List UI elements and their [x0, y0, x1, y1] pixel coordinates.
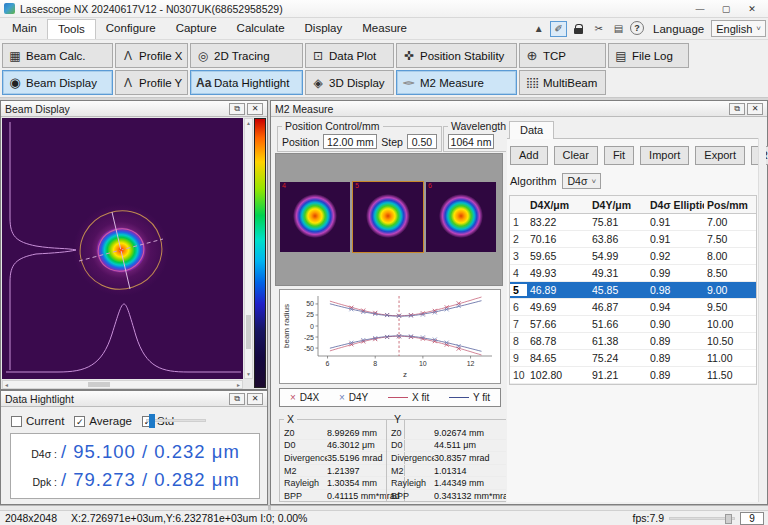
- export-button[interactable]: Export: [695, 146, 745, 165]
- restore-icon[interactable]: ⧉: [229, 103, 245, 115]
- menu-tab-main[interactable]: Main: [2, 19, 47, 39]
- x-marker-icon: ×: [339, 392, 345, 403]
- horizontal-scrollbar[interactable]: ◄ ►: [2, 380, 243, 389]
- menu-tab-tools[interactable]: Tools: [47, 19, 96, 39]
- close-icon[interactable]: ✕: [247, 393, 263, 405]
- data-plot-icon: ⊡: [311, 49, 325, 63]
- profile-x-button[interactable]: ΛProfile X: [115, 43, 188, 68]
- 3d-display-button[interactable]: ◈3D Display: [305, 70, 394, 95]
- table-row[interactable]: 270.1663.860.917.50: [510, 231, 756, 248]
- fps-slider[interactable]: [669, 517, 735, 520]
- step-input[interactable]: 0.50: [407, 134, 437, 149]
- help-icon[interactable]: ?: [630, 21, 644, 35]
- import-button[interactable]: Import: [640, 146, 689, 165]
- table-scrollbar[interactable]: [758, 138, 766, 502]
- scroll-up-icon[interactable]: ▲: [245, 120, 252, 126]
- scroll-down-icon[interactable]: ▼: [245, 371, 252, 377]
- menu-tab-display[interactable]: Display: [295, 19, 353, 39]
- fit-y-row-d0: D044.511 μm: [391, 440, 513, 453]
- data-hightlight-panel: Data Hightlight ⧉ ✕ Current✓Average✓Std …: [0, 390, 268, 505]
- language-label: Language: [653, 23, 704, 35]
- table-cell: 75.81: [589, 216, 647, 228]
- notes-icon[interactable]: ▤: [610, 21, 627, 37]
- table-row[interactable]: 649.6946.870.949.50: [510, 299, 756, 316]
- beam-thumbnail-5[interactable]: 5: [353, 182, 423, 252]
- checkbox-icon: ✓: [74, 416, 85, 427]
- close-icon[interactable]: ✕: [247, 103, 263, 115]
- fit-button[interactable]: Fit: [604, 146, 634, 165]
- pin-icon[interactable]: ✐: [550, 21, 567, 37]
- maximize-button[interactable]: ▢: [714, 1, 738, 16]
- beam-image[interactable]: [2, 118, 243, 379]
- legend-item-d4x: ×D4X: [290, 392, 319, 403]
- restore-icon[interactable]: ⧉: [229, 393, 245, 405]
- profile-y-button[interactable]: ΛProfile Y: [115, 70, 188, 95]
- file-log-button[interactable]: ▤File Log: [608, 43, 689, 68]
- scroll-left-icon[interactable]: ◄: [4, 382, 9, 388]
- table-row[interactable]: 10102.8091.210.8911.50: [510, 367, 756, 384]
- position-input[interactable]: 12.00 mm: [323, 134, 377, 149]
- legend-item-d4y: ×D4Y: [339, 392, 368, 403]
- language-value: English: [716, 23, 752, 35]
- menu-tab-calculate[interactable]: Calculate: [227, 19, 295, 39]
- fit-param-value: 9.02674 mm: [434, 428, 513, 438]
- table-cell: 70.16: [527, 233, 589, 245]
- scroll-right-icon[interactable]: ►: [236, 382, 241, 388]
- profile-x-icon: Λ: [121, 49, 135, 63]
- close-button[interactable]: ✕: [740, 1, 764, 16]
- data-plot-button[interactable]: ⊡Data Plot: [305, 43, 394, 68]
- table-cell: 8: [510, 335, 527, 347]
- 2d-tracing-button[interactable]: ◎2D Tracing: [190, 43, 303, 68]
- table-row[interactable]: 757.6651.660.9010.00: [510, 316, 756, 333]
- position-stability-button[interactable]: ✜Position Stability: [396, 43, 517, 68]
- beam-display-button[interactable]: ◉Beam Display: [2, 70, 113, 95]
- collapse-icon[interactable]: ▲: [530, 21, 547, 37]
- table-cell: 46.89: [527, 284, 589, 296]
- table-row[interactable]: 183.2275.810.917.00: [510, 214, 756, 231]
- menu-tab-configure[interactable]: Configure: [96, 19, 166, 39]
- highlight-slider[interactable]: [146, 419, 206, 422]
- beam-calc-button[interactable]: ▦Beam Calc.: [2, 43, 113, 68]
- checkbox-icon: [11, 416, 22, 427]
- multibeam-label: MultiBeam: [543, 77, 597, 89]
- restore-icon[interactable]: ⧉: [729, 103, 745, 115]
- statusbar: 2048x2048 X:2.726971e+03um,Y:6.232781e+0…: [0, 510, 768, 525]
- wavelength-input[interactable]: 1064 nm: [448, 134, 494, 149]
- table-row[interactable]: 868.7861.380.8910.50: [510, 333, 756, 350]
- close-icon[interactable]: ✕: [747, 103, 763, 115]
- data-hightlight-label: Data Hightlight: [214, 77, 289, 89]
- horizontal-scroll-thumb[interactable]: [88, 382, 110, 387]
- fps-slider-handle[interactable]: [725, 514, 732, 524]
- data-hightlight-button[interactable]: AaData Hightlight: [190, 70, 303, 95]
- add-button[interactable]: Add: [510, 146, 548, 165]
- menu-tab-measure[interactable]: Measure: [352, 19, 417, 39]
- cursor-info: X:2.726971e+03um,Y:6.232781e+03um I:0; 0…: [71, 512, 307, 524]
- clear-button[interactable]: Clear: [554, 146, 598, 165]
- table-cell: 49.69: [527, 301, 589, 313]
- beam-thumbnail-6[interactable]: 6: [426, 182, 496, 252]
- table-row[interactable]: 359.6554.990.928.00: [510, 248, 756, 265]
- vertical-scroll-thumb[interactable]: [246, 315, 251, 349]
- beam-thumbnail-4[interactable]: 4: [280, 182, 350, 252]
- table-cell: 63.86: [589, 233, 647, 245]
- table-row[interactable]: 984.6575.240.8911.00: [510, 350, 756, 367]
- m2-measure-button[interactable]: ≬M2 Measure: [396, 70, 517, 95]
- svg-text:-50: -50: [304, 345, 314, 352]
- table-row[interactable]: 546.8945.850.989.00: [510, 282, 756, 299]
- highlight-slider-handle[interactable]: [149, 414, 155, 428]
- tcp-button[interactable]: ⊕TCP: [519, 43, 606, 68]
- checkbox-average[interactable]: ✓Average: [74, 415, 132, 427]
- table-row[interactable]: 449.9349.310.998.50: [510, 265, 756, 282]
- multibeam-button[interactable]: ⣿⣿MultiBeam: [519, 70, 606, 95]
- checkbox-current[interactable]: Current: [11, 415, 64, 427]
- menu-tab-capture[interactable]: Capture: [166, 19, 227, 39]
- lock-icon[interactable]: [570, 21, 587, 37]
- fps-input[interactable]: 9: [740, 512, 764, 525]
- table-cell: 68.78: [527, 335, 589, 347]
- language-select[interactable]: English ˅: [711, 20, 766, 37]
- tab-data[interactable]: Data: [509, 121, 554, 139]
- minimize-button[interactable]: —: [688, 1, 712, 16]
- vertical-scrollbar[interactable]: ▲ ▼: [244, 118, 253, 379]
- scissors-icon[interactable]: ✂: [590, 21, 607, 37]
- algorithm-select[interactable]: D4σ ˅: [562, 173, 601, 189]
